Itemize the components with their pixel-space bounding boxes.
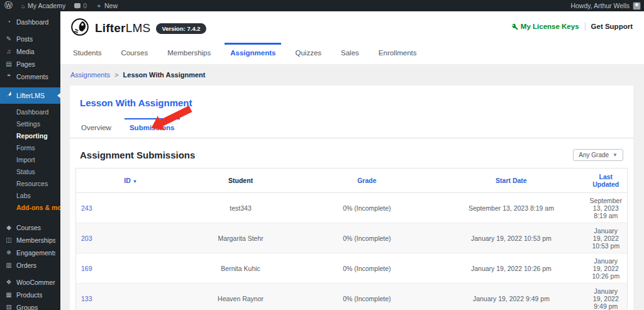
get-support-link[interactable]: Get Support — [591, 23, 633, 30]
submission-id-link[interactable]: 243 — [81, 204, 92, 212]
cell-grade: 0% (Incomplete) — [296, 223, 438, 253]
sidebar-item[interactable]: ✎ Posts — [0, 33, 60, 45]
submission-id-link[interactable]: 169 — [81, 265, 92, 272]
menu-icon: ⚄ — [5, 304, 13, 310]
new-content-menu[interactable]: ＋ New — [91, 0, 122, 11]
cell-id: 169 — [76, 253, 186, 284]
cell-id: 243 — [76, 193, 186, 223]
site-link[interactable]: ⌂ My Academy — [17, 0, 70, 11]
menu-icon: ◆ — [5, 224, 13, 231]
submission-id-link[interactable]: 203 — [81, 235, 92, 242]
table-body: 243 test343 0% (Incomplete) September 13… — [76, 193, 628, 310]
wp-logo-menu[interactable]: Ⓦ — [0, 0, 17, 11]
sidebar-item-lifterlms[interactable]: LifterLMS — [0, 87, 60, 104]
submenu-item[interactable]: Add-ons & more — [0, 201, 60, 213]
key-icon — [511, 23, 518, 30]
cell-grade: 0% (Incomplete) — [296, 284, 438, 310]
submenu-item[interactable]: Labs — [0, 189, 60, 201]
menu-icon: ✵ — [5, 249, 13, 257]
table-row: 169 Bernita Kuhic 0% (Incomplete) Januar… — [76, 253, 628, 284]
menu-icon: ❝ — [5, 73, 13, 80]
nav-tab[interactable]: Sales — [340, 42, 360, 64]
comments-shortcut[interactable]: 0 — [70, 0, 91, 11]
site-name: My Academy — [28, 2, 65, 9]
table-row: 243 test343 0% (Incomplete) September 13… — [76, 193, 628, 223]
sidebar-item[interactable]: ❖ WooCommerce — [0, 276, 60, 289]
breadcrumb-link[interactable]: Assignments — [70, 71, 110, 79]
nav-tab[interactable]: Assignments — [229, 42, 277, 64]
cell-grade: 0% (Incomplete) — [296, 193, 438, 223]
lifterlms-logo-icon — [70, 18, 89, 39]
submenu-item[interactable]: Dashboard — [0, 106, 60, 118]
cell-start-date: January 19, 2022 10:26 pm — [438, 253, 584, 284]
brand-wordmark: LifterLMS — [95, 21, 150, 35]
nav-tab[interactable]: Students — [72, 42, 103, 64]
comment-bubble-icon — [74, 3, 80, 8]
sidebar-item[interactable]: ❝ Comments — [0, 70, 60, 83]
menu-icon: ✎ — [5, 35, 13, 43]
rocket-icon — [5, 91, 13, 100]
submenu-item[interactable]: Reporting — [0, 130, 60, 141]
cell-student: test343 — [186, 193, 296, 223]
assignment-tab[interactable]: Overview — [80, 118, 113, 138]
version-badge: Version: 7.4.2 — [156, 23, 206, 34]
sidebar-item[interactable]: ▦ Products — [0, 289, 60, 301]
page-title: Lesson With Assignment — [70, 86, 633, 108]
menu-icon: ▥ — [5, 262, 13, 269]
assignment-tab[interactable]: Submissions — [128, 118, 176, 138]
cell-id: 133 — [76, 284, 186, 310]
submenu-item[interactable]: Import — [0, 153, 60, 165]
sidebar-item[interactable]: ▥ Orders — [0, 259, 60, 272]
divider — [585, 22, 586, 31]
sidebar-item[interactable]: ♫ Media — [0, 45, 60, 58]
sort-arrow-icon: ▼ — [133, 179, 137, 184]
assignment-tabs: Overview Submissions — [70, 118, 633, 138]
sidebar-item[interactable]: ◆ Courses — [0, 221, 60, 234]
menu-icon: ▦ — [5, 291, 13, 299]
breadcrumb-separator: > — [114, 71, 118, 79]
column-header[interactable]: Grade — [296, 169, 438, 193]
table-row: 133 Heaven Raynor 0% (Incomplete) Januar… — [76, 284, 628, 310]
sidebar-item-dashboard[interactable]: ◔ Dashboard — [0, 16, 60, 28]
sidebar-item[interactable]: ⚄ Groups — [0, 301, 60, 310]
column-header[interactable]: ID▼ — [76, 169, 186, 193]
admin-sidebar: ◔ Dashboard ✎ Posts ♫ Media ▤ Pages ❝ Co… — [0, 11, 60, 310]
submission-id-link[interactable]: 133 — [81, 295, 92, 302]
comment-count: 0 — [83, 2, 87, 9]
content-menu-group: ✎ Posts ♫ Media ▤ Pages ❝ Comments — [0, 33, 60, 83]
nav-tab[interactable]: Quizzes — [294, 42, 323, 64]
menu-icon: ♫ — [5, 48, 13, 55]
cell-start-date: January 19, 2022 9:49 pm — [438, 284, 584, 310]
section-title: Assignment Submissions — [80, 150, 195, 160]
nav-tab[interactable]: Memberships — [166, 42, 212, 64]
howdy-text[interactable]: Howdy, Arthur Wells — [570, 2, 630, 9]
menu-icon: ◫ — [5, 236, 13, 244]
lifterlms-submenu: Dashboard Settings Reporting Forms Impor… — [0, 104, 60, 217]
cell-grade: 0% (Incomplete) — [296, 253, 438, 284]
table-header-row: ID▼ Student Grade Start Date Last Update… — [76, 169, 628, 193]
my-license-keys-link[interactable]: My License Keys — [511, 23, 579, 30]
sidebar-item[interactable]: ◫ Memberships — [0, 234, 60, 246]
sidebar-item[interactable]: ✵ Engagements — [0, 246, 60, 259]
lms-menu-group: ◆ Courses ◫ Memberships ✵ Engagements ▥ … — [0, 221, 60, 272]
chevron-down-icon: ▼ — [613, 152, 618, 158]
main-content: LifterLMS Version: 7.4.2 My License Keys… — [60, 11, 644, 310]
sidebar-item[interactable]: ▤ Pages — [0, 58, 60, 70]
user-avatar[interactable] — [633, 2, 641, 10]
column-header[interactable]: Student — [186, 169, 296, 193]
nav-tab[interactable]: Enrollments — [377, 42, 418, 64]
submenu-item[interactable]: Status — [0, 165, 60, 177]
home-icon: ⌂ — [21, 3, 25, 9]
grade-filter-dropdown[interactable]: Any Grade ▼ — [573, 149, 623, 161]
menu-icon: ▤ — [5, 60, 13, 68]
nav-tab[interactable]: Courses — [119, 42, 149, 64]
menu-icon: ❖ — [5, 279, 13, 286]
cell-student: Bernita Kuhic — [186, 253, 296, 284]
submenu-item[interactable]: Resources — [0, 177, 60, 189]
lifterlms-header: LifterLMS Version: 7.4.2 My License Keys… — [60, 11, 644, 64]
commerce-menu-group: ❖ WooCommerce ▦ Products ⚄ Groups ⊡ Paym… — [0, 276, 60, 310]
column-header[interactable]: Start Date — [438, 169, 584, 193]
column-header[interactable]: Last Updated — [585, 169, 628, 193]
submenu-item[interactable]: Settings — [0, 118, 60, 130]
submenu-item[interactable]: Forms — [0, 141, 60, 153]
